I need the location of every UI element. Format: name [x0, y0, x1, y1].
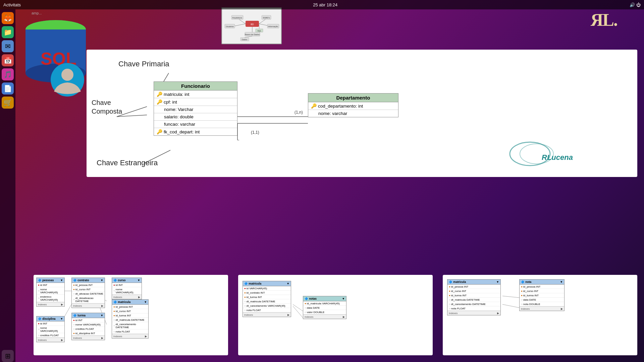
mini-table-turma: 🔷 turma▼ ● id INT ○ nome VARCHAR(45) ○ c…: [71, 313, 105, 340]
svg-text:RLucena: RLucena: [542, 153, 573, 162]
mini-indexes-nota[interactable]: Indexes▶: [520, 306, 564, 311]
sidebar-item-music[interactable]: 🎵: [2, 68, 14, 80]
label-chave-composta: ChaveComposta: [92, 98, 122, 116]
sql-logo-area: SQL amp...: [15, 9, 89, 103]
label-chave-primaria: Chave Primaria: [118, 60, 169, 68]
mini-header-nota: 🔷 nota▼: [520, 280, 564, 285]
mini-header-pessoas: 🔷 pessoas▼: [37, 278, 64, 283]
card-schema-1[interactable]: 🔷 pessoas▼ ● id INT ○ nome VARCHAR(45) ○…: [34, 275, 228, 355]
svg-line-53: [293, 306, 303, 318]
relation-label-1n: (1,n): [294, 110, 303, 115]
svg-text:Informação: Informação: [268, 25, 278, 27]
svg-text:SGBD's: SGBD's: [263, 17, 270, 19]
svg-line-54: [502, 296, 519, 298]
sql-label-small: amp...: [32, 11, 42, 15]
er-diagram: Chave Primaria ChaveComposta Chave Estra…: [87, 50, 637, 177]
mini-header-matricula-2: 🔷 matricula▼: [243, 281, 291, 286]
funcionario-row-cpf: 🔑 cpf: int: [154, 98, 237, 106]
sidebar-item-store[interactable]: 🛒: [2, 97, 14, 109]
svg-text:Dados: Dados: [242, 39, 247, 41]
mini-table-disciplina: 🔷 disciplina▼ ● id INT ○ nome VARCHAR(45…: [36, 316, 65, 342]
mini-table-matricula-3: 🔷 matricula▼ ● id_pessoa INT ● id_curso …: [447, 279, 501, 315]
mini-diagram-1: 🔷 pessoas▼ ● id INT ○ nome VARCHAR(45) ○…: [36, 278, 225, 353]
relation-label-11: (1,1): [251, 130, 259, 135]
svg-text:SQL: SQL: [257, 30, 261, 32]
datetime-label: 25 abr 18:24: [313, 2, 337, 7]
mini-indexes-disciplina[interactable]: Indexes▶: [37, 338, 64, 342]
svg-line-52: [293, 304, 303, 311]
svg-point-6: [61, 69, 73, 81]
sidebar-item-calendar[interactable]: 📅: [2, 54, 14, 66]
departamento-table: Departamento 🔑 cod_departamento: int nom…: [308, 93, 398, 117]
mini-table-notas: 🔷 notas▼ ● id_matricula VARCHAR(45) ○ da…: [303, 296, 346, 319]
sidebar: 🦊 📁 ✉ 📅 🎵 📄 🛒 ⊞: [0, 9, 15, 362]
mini-table-contrato: 🔷 contrato▼ ● id_pessoa INT ● id_curso I…: [71, 278, 105, 308]
departamento-header: Departamento: [308, 94, 398, 102]
mini-table-matricula-1: 🔷 matricula▼ ● id_pessoa INT ● id_curso …: [112, 299, 149, 339]
svg-text:Bases de Dados: Bases de Dados: [245, 34, 260, 36]
funcionario-row-funcao: funcao: varchar: [154, 121, 237, 128]
mindmap-thumbnail[interactable]: BD Arquitetura SGBD's Bases de Dados Usu…: [221, 7, 282, 44]
key-icon-cpf: 🔑: [157, 99, 162, 105]
key-icon-fk: 🔑: [157, 129, 162, 134]
activities-label: Activitats: [3, 2, 21, 7]
bottom-thumbnails: 🔷 pessoas▼ ● id INT ○ nome VARCHAR(45) ○…: [34, 275, 637, 355]
mini-header-disciplina: 🔷 disciplina▼: [37, 316, 64, 321]
mini-table-pessoas: 🔷 pessoas▼ ● id INT ○ nome VARCHAR(45) ○…: [36, 278, 65, 307]
mini-indexes-matricula-2[interactable]: Indexes▶: [243, 312, 291, 317]
main-diagram-area: Chave Primaria ChaveComposta Chave Estra…: [87, 50, 637, 177]
mini-indexes-pessoas[interactable]: Indexes▶: [37, 302, 64, 306]
mini-header-curso: 🔷 curso▼: [112, 278, 142, 283]
mini-table-matricula-2: 🔷 matricula▼ ● id VARCHAR(45) ● id_contr…: [243, 281, 291, 317]
sidebar-item-apps[interactable]: ⊞: [2, 350, 14, 362]
funcionario-header: Funcionario: [154, 82, 237, 90]
svg-text:Usuários: Usuários: [226, 25, 234, 27]
mini-indexes-matricula-1[interactable]: Indexes▶: [112, 334, 148, 338]
departamento-row-nome: nome: varchar: [308, 110, 398, 117]
top-bar: Activitats 25 abr 18:24 🔊 ⏻: [0, 0, 644, 9]
sidebar-item-files[interactable]: 📁: [2, 26, 14, 38]
svg-text:Arquitetura: Arquitetura: [232, 17, 242, 19]
sidebar-item-firefox[interactable]: 🦊: [2, 12, 14, 24]
mini-indexes-turma[interactable]: Indexes▶: [72, 336, 105, 340]
system-icons: 🔊 ⏻: [630, 2, 641, 7]
funcionario-table: Funcionario 🔑 matricula: int 🔑 cpf: int …: [154, 81, 237, 136]
card-schema-3[interactable]: 🔷 matricula▼ ● id_pessoa INT ● id_curso …: [443, 275, 637, 355]
mini-header-notas: 🔷 notas▼: [303, 296, 346, 301]
card-schema-2[interactable]: 🔷 matricula▼ ● id VARCHAR(45) ● id_contr…: [238, 275, 433, 355]
mini-table-curso: 🔷 curso▼ ● id INT ○ nome VARCHAR(45) Ind…: [112, 278, 142, 299]
mini-indexes-contrato[interactable]: Indexes▶: [72, 303, 105, 308]
mini-header-turma: 🔷 turma▼: [72, 313, 105, 318]
key-icon-matricula: 🔑: [157, 92, 162, 97]
sql-logo-svg: SQL: [15, 9, 89, 100]
dna-logo-svg: RLucena: [503, 137, 587, 171]
mini-diagram-2: 🔷 matricula▼ ● id VARCHAR(45) ● id_contr…: [241, 278, 430, 353]
mini-table-nota: 🔷 nota▼ ● id_pessoa INT ● id_curso INT ●…: [519, 279, 565, 311]
svg-line-55: [502, 304, 519, 308]
brand-watermark: RLucena: [503, 137, 587, 172]
label-chave-estrangeira: Chave Estrangeira: [97, 159, 158, 167]
key-icon-cod-dept: 🔑: [311, 103, 317, 109]
rl-logo: ЯL.: [591, 10, 617, 30]
mini-header-matricula-3: 🔷 matricula▼: [447, 280, 500, 285]
mini-header-contrato: 🔷 contrato▼: [72, 278, 105, 283]
sidebar-item-writer[interactable]: 📄: [2, 82, 14, 95]
mindmap-svg: BD Arquitetura SGBD's Bases de Dados Usu…: [222, 8, 282, 44]
mini-indexes-notas[interactable]: Indexes▶: [303, 314, 346, 319]
mini-indexes-matricula-3[interactable]: Indexes▶: [447, 311, 500, 315]
funcionario-row-matricula: 🔑 matricula: int: [154, 90, 237, 98]
svg-line-48: [65, 304, 71, 316]
mini-diagram-3: 🔷 matricula▼ ● id_pessoa INT ● id_curso …: [445, 278, 635, 353]
funcionario-row-salario: salario: double: [154, 113, 237, 121]
mini-indexes-curso[interactable]: Indexes▶: [112, 295, 142, 299]
funcionario-row-nome: nome: Varchar: [154, 106, 237, 113]
mini-header-matricula-1: 🔷 matricula▼: [112, 300, 148, 305]
departamento-row-cod: 🔑 cod_departamento: int: [308, 102, 398, 110]
sidebar-item-mail[interactable]: ✉: [2, 40, 14, 52]
funcionario-row-fk: 🔑 fk_cod_depart: int: [154, 128, 237, 135]
svg-text:BD: BD: [251, 23, 254, 25]
